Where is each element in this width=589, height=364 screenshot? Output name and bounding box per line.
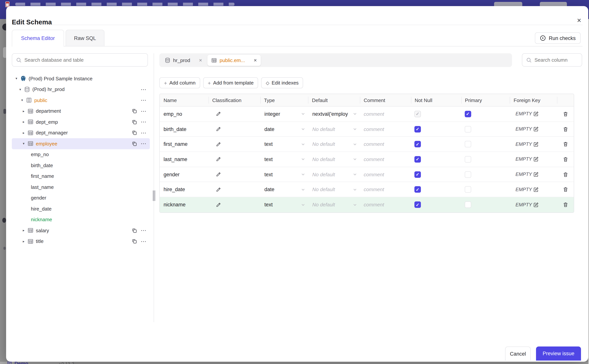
edit-icon[interactable] [534,172,539,177]
trash-icon[interactable] [562,141,568,147]
not-null-checkbox[interactable]: ✓ [415,126,421,132]
primary-checkbox[interactable]: ✓ [465,111,471,117]
type-select[interactable]: text [260,137,308,151]
tree-column-emp-no[interactable]: emp_no [12,149,150,160]
primary-checkbox[interactable] [465,202,471,208]
comment-input[interactable]: comment [360,122,411,136]
default-select[interactable]: No default [308,152,360,167]
editor-tab-public-em[interactable]: public.em...× [207,55,261,66]
trash-icon[interactable] [562,202,568,208]
tree-column-birth-date[interactable]: birth_date [12,160,150,171]
tree-column-last-name[interactable]: last_name [12,182,150,192]
pencil-icon[interactable] [216,202,221,208]
type-select[interactable]: integer [260,107,308,121]
close-icon[interactable]: × [254,57,257,63]
add-column-button[interactable]: +Add column [159,77,200,88]
copy-icon[interactable] [132,141,137,147]
comment-input[interactable]: comment [360,197,411,212]
pencil-icon[interactable] [216,142,221,147]
tree-item-employee[interactable]: ▾employee⋯ [12,138,150,149]
close-icon[interactable]: × [575,16,584,25]
pencil-icon[interactable] [216,126,221,132]
caret-right-icon[interactable]: ▸ [21,131,26,135]
panel-resizer[interactable] [154,53,154,322]
tree-item-department[interactable]: ▸department⋯ [12,106,150,117]
default-select[interactable]: No default [308,182,360,197]
caret-right-icon[interactable]: ▸ [21,240,26,243]
type-select[interactable]: date [260,122,308,136]
comment-input[interactable]: comment [360,152,411,167]
default-select[interactable]: No default [308,197,360,212]
more-options-icon[interactable]: ⋯ [141,240,147,243]
default-select[interactable]: No default [308,167,360,182]
caret-down-icon[interactable]: ▾ [20,98,24,102]
add-from-template-button[interactable]: +Add from template [203,77,258,88]
tree-item-public[interactable]: ▾public⋯ [12,95,150,106]
column-name-cell[interactable]: last_name [160,152,208,167]
cancel-button[interactable]: Cancel [505,346,531,361]
more-options-icon[interactable]: ⋯ [141,120,147,124]
run-checks-button[interactable]: Run checks [535,32,581,44]
database-search-input[interactable] [24,54,145,66]
edit-icon[interactable] [534,157,539,162]
edit-indexes-button[interactable]: ◇Edit indexes [261,77,303,88]
primary-checkbox[interactable] [465,186,471,193]
tree-item-dept-emp[interactable]: ▸dept_emp⋯ [12,117,150,127]
not-null-checkbox[interactable]: ✓ [415,171,421,178]
preview-issue-button[interactable]: Preview issue [536,346,581,361]
caret-down-icon[interactable]: ▾ [21,142,26,146]
pencil-icon[interactable] [216,172,221,177]
trash-icon[interactable] [562,126,568,132]
tree-item-salary[interactable]: ▸salary⋯ [12,225,150,236]
column-name-cell[interactable]: nickname [160,197,208,212]
tree-column-gender[interactable]: gender [12,192,150,203]
tree-column-nickname[interactable]: nickname [12,214,150,225]
not-null-checkbox[interactable]: ✓ [415,156,421,162]
column-name-cell[interactable]: gender [160,167,208,182]
default-select[interactable]: No default [308,137,360,151]
more-options-icon[interactable]: ⋯ [141,98,147,102]
trash-icon[interactable] [562,187,568,192]
caret-right-icon[interactable]: ▸ [21,120,26,124]
pencil-icon[interactable] [216,157,221,162]
not-null-checkbox[interactable]: ✓ [415,202,421,208]
editor-tab-hr-prod[interactable]: hr_prod× [161,55,206,66]
edit-icon[interactable] [534,202,539,208]
copy-icon[interactable] [132,119,137,125]
copy-icon[interactable] [132,228,137,234]
close-icon[interactable]: × [199,57,202,63]
comment-input[interactable]: comment [360,107,411,121]
tree-column-hire-date[interactable]: hire_date [12,203,150,214]
not-null-checkbox[interactable]: ✓ [415,141,421,147]
edit-icon[interactable] [534,126,539,132]
caret-right-icon[interactable]: ▸ [21,229,26,233]
column-name-cell[interactable]: emp_no [160,107,208,121]
primary-checkbox[interactable] [465,171,471,178]
tree-item-prod-hr-prod[interactable]: ▾(Prod) hr_prod⋯ [12,84,150,95]
default-select[interactable]: nextval('employ [308,107,360,121]
edit-icon[interactable] [534,111,539,117]
trash-icon[interactable] [562,156,568,162]
primary-checkbox[interactable] [465,156,471,162]
default-select[interactable]: No default [308,122,360,136]
column-name-cell[interactable]: birth_date [160,122,208,136]
tab-raw-sql[interactable]: Raw SQL [66,30,104,46]
column-name-cell[interactable]: first_name [160,137,208,151]
type-select[interactable]: text [260,197,308,212]
tab-schema-editor[interactable]: Schema Editor [12,30,64,47]
tree-item-title[interactable]: ▸title⋯ [12,236,150,247]
type-select[interactable]: date [260,182,308,197]
column-search-input[interactable] [535,54,579,66]
edit-icon[interactable] [534,187,539,192]
column-name-cell[interactable]: hire_date [160,182,208,197]
tree-item-dept-manager[interactable]: ▸dept_manager⋯ [12,127,150,138]
pencil-icon[interactable] [216,111,221,117]
tree-column-first-name[interactable]: first_name [12,171,150,182]
trash-icon[interactable] [562,111,568,117]
pencil-icon[interactable] [216,187,221,192]
more-options-icon[interactable]: ⋯ [141,88,147,91]
primary-checkbox[interactable] [465,126,471,132]
caret-down-icon[interactable]: ▾ [14,77,19,81]
edit-icon[interactable] [534,142,539,147]
caret-right-icon[interactable]: ▸ [21,109,26,113]
